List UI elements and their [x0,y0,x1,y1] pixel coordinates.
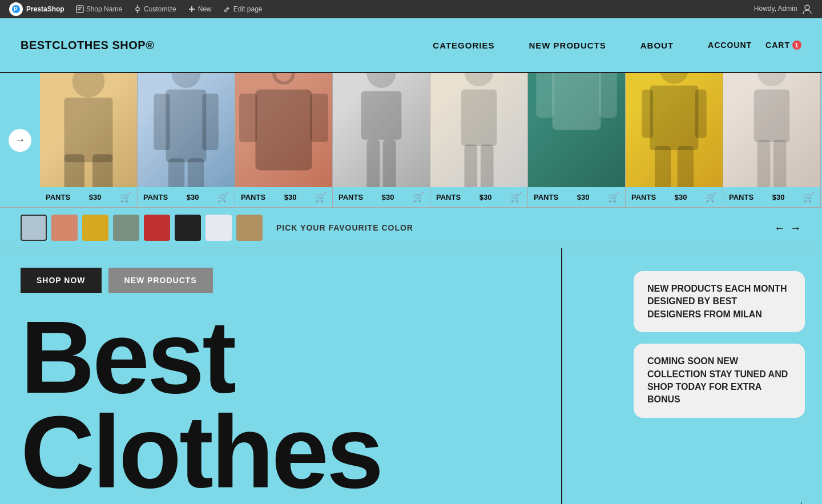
product-prev-button[interactable]: → [0,73,40,207]
product-card: PANTS $30 🛒 [40,73,138,207]
product-name: PANTS [534,193,558,201]
svg-rect-23 [239,94,257,142]
product-image [723,73,820,187]
add-to-cart-button[interactable]: 🛒 [510,192,522,203]
color-swatch[interactable] [236,215,263,241]
product-card: PANTS $30 🛒 [138,73,235,207]
product-image [528,73,625,187]
product-figure [138,73,235,187]
product-card: PANTS $30 🛒 [723,73,821,207]
prestashop-logo[interactable]: P PrestaShop [9,2,65,16]
color-swatch[interactable] [51,215,78,241]
svg-rect-14 [92,155,112,187]
color-swatch[interactable] [21,215,47,241]
nav-links: CATEGORIES NEW PRODUCTS ABOUT [433,41,674,50]
product-name: PANTS [436,193,461,201]
svg-rect-41 [655,146,671,187]
svg-rect-29 [383,140,396,187]
products-scroll: PANTS $30 🛒 PANTS $30 🛒 [40,73,822,207]
product-price: $30 [89,193,102,201]
color-prev-arrow[interactable]: ← [774,221,785,235]
add-to-cart-button[interactable]: 🛒 [706,192,717,203]
product-figure [723,73,820,187]
product-card: PANTS $30 🛒 [235,73,333,207]
info-bubble-2: COMING SOON NEW COLLECTION STAY TUNED AN… [634,344,805,418]
add-to-cart-button[interactable]: 🛒 [608,192,619,203]
hero-line1: Best [21,310,541,405]
product-info: PANTS $30 🛒 [40,187,137,207]
cart-badge: 1 [792,41,801,50]
hero-line2: Clothes [21,405,541,499]
product-image [235,73,332,187]
nav-about[interactable]: ABOUT [640,41,674,50]
shop-now-button[interactable]: SHOP NOW [21,268,102,293]
product-card: PANTS $30 🛒 [333,73,430,207]
product-info: PANTS $30 🛒 [138,187,235,207]
color-swatch[interactable] [175,215,201,241]
new-products-button[interactable]: NEW PRODUCTS [108,268,213,293]
product-figure [430,73,527,187]
product-price: $30 [382,193,394,201]
product-name: PANTS [143,193,168,201]
svg-rect-32 [465,145,478,187]
svg-rect-17 [166,90,207,162]
admin-customize[interactable]: Customize [134,5,176,13]
admin-edit-page[interactable]: Edit page [223,5,263,13]
color-swatch[interactable] [82,215,108,241]
add-to-cart-button[interactable]: 🛒 [315,192,327,203]
product-info: PANTS $30 🛒 [723,187,820,207]
svg-rect-24 [311,94,328,142]
add-to-cart-button[interactable]: 🛒 [120,192,131,203]
product-info: PANTS $30 🛒 [235,187,332,207]
product-price: $30 [675,193,687,201]
scroll-down-arrow[interactable]: ↓ [579,497,805,504]
svg-rect-6 [137,5,138,7]
nav-new-products[interactable]: NEW PRODUCTS [529,41,606,50]
product-card: PANTS $30 🛒 [430,73,528,207]
svg-rect-21 [188,159,204,187]
nav-cart[interactable]: CART 1 [765,41,801,50]
product-image [430,73,527,187]
product-price: $30 [772,193,785,201]
color-bar-label: PICK YOUR FAVOURITE COLOR [276,223,413,232]
product-name: PANTS [631,193,656,201]
svg-rect-19 [202,94,218,150]
svg-point-37 [660,73,689,84]
nav-categories[interactable]: CATEGORIES [433,41,494,50]
svg-rect-7 [137,11,138,13]
product-image [138,73,235,187]
svg-rect-13 [65,155,84,187]
color-swatch[interactable] [144,215,170,241]
hero-panel: SHOP NOW NEW PRODUCTS Best Clothes [0,248,562,504]
svg-rect-18 [154,94,170,150]
product-figure [528,73,625,187]
admin-shop-name[interactable]: Shop Name [76,5,122,13]
svg-rect-27 [361,91,402,140]
ps-icon: P [9,2,23,16]
color-swatch[interactable] [113,215,139,241]
svg-rect-46 [773,140,787,187]
svg-point-43 [757,73,787,87]
svg-text:P: P [14,6,18,13]
nav-account[interactable]: ACCOUNT [708,41,752,50]
product-strip: → PANTS $30 🛒 [0,73,822,208]
site-logo: BESTCLOTHES SHOP® [21,39,154,52]
svg-rect-12 [65,98,113,162]
add-to-cart-button[interactable]: 🛒 [413,192,424,203]
svg-point-25 [274,73,293,83]
svg-rect-40 [695,90,707,138]
admin-new[interactable]: New [188,5,212,13]
prev-circle-btn[interactable]: → [9,129,31,152]
product-name: PANTS [339,193,363,201]
color-next-arrow[interactable]: → [790,221,801,235]
product-info: PANTS $30 🛒 [528,187,625,207]
svg-rect-38 [650,86,699,150]
product-figure [333,73,430,187]
add-to-cart-button[interactable]: 🛒 [803,192,815,203]
svg-point-16 [172,73,201,88]
add-to-cart-button[interactable]: 🛒 [217,192,229,203]
color-swatch[interactable] [206,215,232,241]
svg-rect-35 [536,73,554,118]
info-panel: NEW PRODUCTS EACH MONTH DESIGNED BY BEST… [562,248,822,504]
svg-rect-31 [461,90,497,146]
